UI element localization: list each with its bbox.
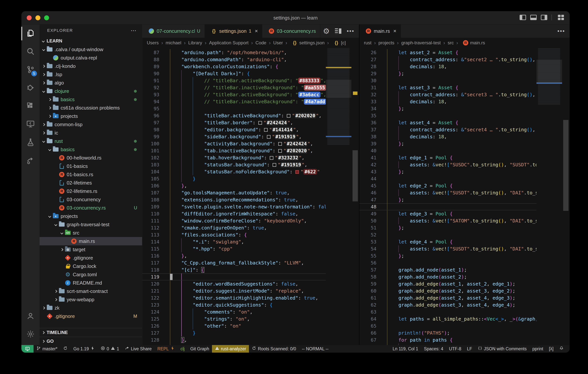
tree-item-.clj-kondo[interactable]: .clj-kondo — [40, 62, 142, 70]
breadcrumb-item-[c][interactable]: {}[c] — [332, 40, 346, 46]
code-line-108[interactable]: 108 "extensions.ignoreRecommendations": … — [142, 196, 326, 203]
code-line-27[interactable]: 27 contract_address: &"secret2 … ".to_st… — [359, 56, 536, 63]
code-line-32[interactable]: 32 contract_address: &"secret3 … ".to_st… — [359, 91, 536, 98]
explorer-more-actions-icon[interactable]: ⋯ — [131, 24, 137, 37]
code-line-58[interactable]: 58 graph.add_node(asset_2); — [359, 273, 536, 280]
code-line-45[interactable]: 45 let edge_2 = Pool { — [359, 182, 536, 189]
code-line-118[interactable]: 118 "[c]": { — [142, 266, 326, 273]
tree-item-main.rs[interactable]: Rmain.rs — [40, 237, 142, 245]
tree-item-target[interactable]: ◎target — [40, 245, 142, 254]
code-line-117[interactable]: 117 "C_Cpp.clang_format_fallbackStyle": … — [142, 259, 326, 266]
code-line-110[interactable]: 110 "diffEditor.ignoreTrimWhitespace": f… — [142, 210, 326, 217]
breadcrumb-item-src[interactable]: src — [448, 40, 454, 45]
code-line-96[interactable]: 96 "titleBar.activeBackground": "#202020… — [142, 112, 326, 119]
code-line-95[interactable]: 95 — [142, 105, 326, 112]
code-line-37[interactable]: 37 contract_address: &"secret4 … ".to_st… — [359, 126, 536, 133]
code-line-64[interactable]: 64 let paths = all_simple_paths::<Vec<_>… — [359, 315, 536, 322]
code-line-127[interactable]: 127 } — [142, 330, 326, 336]
breadcrumb-item-projects[interactable]: projects — [378, 40, 394, 45]
activity-bar-debug-icon[interactable] — [21, 79, 40, 97]
code-line-124[interactable]: 124 "comments": "on", — [142, 309, 326, 315]
code-line-61[interactable]: 61 graph.add_edge(asset_2, asset_4, edge… — [359, 294, 536, 301]
tree-item-01-basics[interactable]: 01-basics — [40, 162, 142, 170]
tree-item-.gitignore[interactable]: .gitignoreM — [40, 312, 142, 321]
code-line-66[interactable]: 66 println!("PATHS"); — [359, 330, 536, 336]
tree-item-src[interactable]: </>src — [40, 229, 142, 237]
code-line-125[interactable]: 125 "strings": "on", — [142, 315, 326, 322]
status-normal[interactable]: -- NORMAL -- — [299, 345, 331, 353]
status-utf-8[interactable]: UTF-8 — [446, 345, 464, 353]
status-bell-icon[interactable] — [556, 345, 567, 353]
toggle-panel-icon[interactable] — [530, 15, 537, 20]
tab-03-concurrency.rs[interactable]: R03-concurrency.rs — [262, 24, 320, 38]
code-line-112[interactable]: 112 "cmake.configureOnOpen": true, — [142, 224, 326, 231]
scrollbar[interactable] — [351, 48, 359, 345]
code-line-103[interactable]: 103 "statusBar.background": "#191919", — [142, 161, 326, 168]
code-line-87[interactable]: 87 "arduino.path": "/opt/homebrew/bin/", — [142, 49, 326, 56]
activity-bar-extensions-icon[interactable] — [21, 97, 40, 115]
status-go-1-19[interactable]: Go 1.19 — [71, 345, 98, 353]
code-line-36[interactable]: 36 let asset_4 = Asset { — [359, 119, 536, 126]
activity-bar-remote-explorer-icon[interactable] — [21, 115, 40, 134]
customize-layout-icon[interactable] — [558, 15, 564, 20]
tree-item-basics[interactable]: basics — [40, 95, 142, 104]
toggle-secondary-sidebar-icon[interactable] — [541, 15, 547, 20]
tree-item-Cargo.lock[interactable]: Cargo.lock — [40, 262, 142, 270]
code-line-111[interactable]: 111 "window.confirmBeforeClose": "keyboa… — [142, 217, 326, 224]
breadcrumb-item-michael[interactable]: michael — [166, 40, 181, 45]
breadcrumb-item-Code[interactable]: Code — [256, 40, 266, 45]
code-line-102[interactable]: 102 "tab.hoverBackground": "#323232", — [142, 154, 326, 161]
breadcrumb-item-rust[interactable]: rust — [364, 40, 371, 45]
gear-icon[interactable]: ⚙ — [323, 27, 330, 35]
status-0[interactable]: 01 — [98, 345, 122, 353]
status-sync-icon[interactable] — [60, 345, 71, 353]
section-go[interactable]: GO — [40, 337, 142, 345]
tree-item-cs61a-discussion-problems[interactable]: cs61a discussion problems — [40, 104, 142, 112]
code-line-26[interactable]: 26 let asset_2 = Asset { — [359, 49, 536, 56]
code-line-94[interactable]: 94 // "titleBar.inactiveBackground": "#4… — [142, 98, 326, 105]
code-line-90[interactable]: 90 "[Default Dark+]": { — [142, 70, 326, 77]
code-line-113[interactable]: 113 "files.associations": { — [142, 231, 326, 238]
code-line-92[interactable]: 92 // "titleBar.inactiveBackground": "#a… — [142, 84, 326, 91]
code-line-104[interactable]: 104 "statusBar.noFolderBackground": "#62… — [142, 168, 326, 175]
code-line-51[interactable]: 51 }; — [359, 224, 536, 231]
status-rust-analyzer[interactable]: rust-analyzer — [212, 345, 249, 353]
section-learn[interactable]: LEARN — [40, 37, 142, 45]
code-line-34[interactable]: 34 }; — [359, 105, 536, 112]
activity-bar-live-share-icon[interactable] — [21, 152, 40, 170]
code-line-28[interactable]: 28 decimals: 18, — [359, 63, 536, 70]
code-line-89[interactable]: 89 "workbench.colorCustomizations": { — [142, 63, 326, 70]
status-live-share[interactable]: Live Share — [122, 345, 155, 353]
code-line-91[interactable]: 91 // "titleBar.activeBackground": "#883… — [142, 77, 326, 84]
code-line-60[interactable]: 60 graph.add_edge(asset_2, asset_3, edge… — [359, 288, 536, 294]
remote-indicator[interactable] — [21, 345, 33, 353]
minimap[interactable] — [536, 48, 562, 345]
tree-item-.gitignore[interactable]: .gitignore — [40, 254, 142, 262]
tree-item-graph-traversal-test[interactable]: graph-traversal-test — [40, 220, 142, 229]
tree-item-projects[interactable]: xprojects — [40, 212, 142, 220]
code-line-126[interactable]: 126 "other": "on" — [142, 322, 326, 330]
close-tab-icon[interactable]: × — [393, 28, 396, 34]
status-roots-scanned-0-0[interactable]: Roots Scanned: 0/0 — [249, 345, 299, 353]
breadcrumb-item-settings.json[interactable]: {}settings.json — [290, 40, 325, 46]
code-line-100[interactable]: 100 "activityBar.background": "#242424", — [142, 140, 326, 147]
breadcrumb-item-main.rs[interactable]: Rmain.rs — [461, 40, 485, 46]
code-line-99[interactable]: 99 "sideBar.background": "#191919", — [142, 133, 326, 140]
code-line-54[interactable]: 54 assets: &vec!["SUSDT".to_string(), "D… — [359, 245, 536, 252]
more-icon[interactable]: ••• — [557, 28, 565, 34]
minimap-slider[interactable] — [326, 80, 351, 98]
code-line-40[interactable]: 40 — [359, 147, 536, 154]
code-line-56[interactable]: 56 — [359, 259, 536, 266]
tree-item-02-lifetimes.rs[interactable]: R02-lifetimes.rs — [40, 187, 142, 195]
code-line-55[interactable]: 55 }; — [359, 252, 536, 259]
tree-item-.calva-output-window[interactable]: .calva / output-window — [40, 45, 142, 53]
activity-bar-source-control-icon[interactable]: 5 — [21, 61, 40, 79]
code-line-29[interactable]: 29 }; — [359, 70, 536, 77]
code-line-120[interactable]: 120 "editor.wordBasedSuggestions": false… — [142, 280, 326, 288]
code-line-50[interactable]: 50 assets: &vec!["SATOM".to_string(), "D… — [359, 217, 536, 224]
activity-bar-testing-icon[interactable] — [21, 134, 40, 152]
code-line-49[interactable]: 49 let edge_3 = Pool { — [359, 210, 536, 217]
code-line-48[interactable]: 48 — [359, 203, 536, 210]
code-line-123[interactable]: 123 "editor.quickSuggestions": { — [142, 301, 326, 309]
tree-item-common-lisp[interactable]: common-lisp — [40, 120, 142, 129]
